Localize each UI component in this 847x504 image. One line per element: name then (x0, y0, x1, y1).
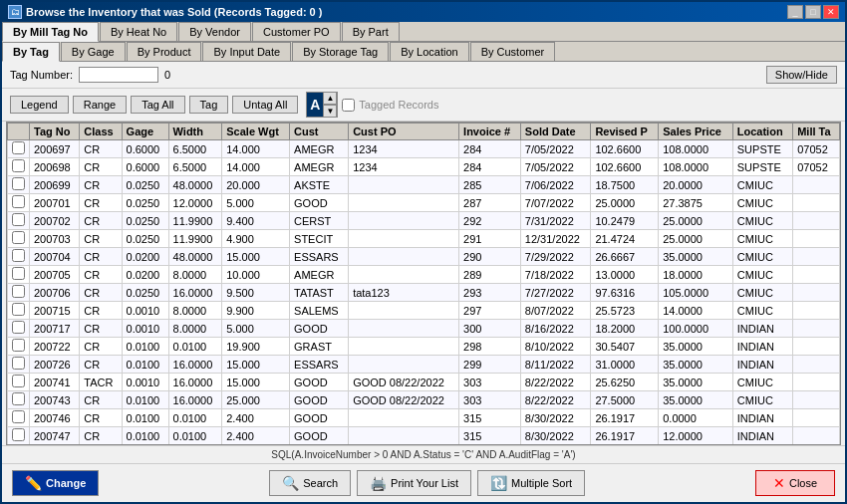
row-checkbox-cell[interactable] (8, 374, 30, 391)
row-checkbox-cell[interactable] (8, 391, 30, 409)
row-cust-po (349, 356, 459, 374)
row-checkbox[interactable] (12, 303, 25, 316)
nav-arrows[interactable]: ▲ ▼ (323, 92, 337, 118)
nav-down-arrow[interactable]: ▼ (323, 105, 337, 118)
row-checkbox-cell[interactable] (8, 158, 30, 176)
row-revised: 31.0000 (591, 356, 659, 374)
row-checkbox-cell[interactable] (8, 284, 30, 302)
col-header-gage: Gage (122, 124, 168, 140)
table-row[interactable]: 200706 CR 0.0250 16.0000 9.500 TATAST ta… (8, 284, 840, 302)
tab-by-customer[interactable]: By Customer (470, 42, 556, 61)
row-checkbox[interactable] (12, 231, 25, 244)
row-mill-ta (793, 230, 840, 248)
tab-by-location[interactable]: By Location (390, 42, 468, 61)
row-checkbox-cell[interactable] (8, 248, 30, 266)
table-row[interactable]: 200726 CR 0.0100 16.0000 15.000 ESSARS 2… (8, 356, 840, 374)
sort-button[interactable]: 🔃 Multiple Sort (477, 470, 585, 496)
show-hide-button[interactable]: Show/Hide (766, 66, 837, 84)
row-sold-date: 7/31/2022 (520, 212, 591, 230)
row-sold-date: 8/22/2022 (520, 374, 591, 391)
untag-all-button[interactable]: Untag All (232, 96, 298, 114)
tag-button[interactable]: Tag (189, 96, 229, 114)
print-button[interactable]: 🖨️ Print Your List (357, 470, 471, 496)
row-checkbox-cell[interactable] (8, 194, 30, 212)
table-row[interactable]: 200717 CR 0.0010 8.0000 5.000 GOOD 300 8… (8, 320, 840, 338)
table-row[interactable]: 200722 CR 0.0100 0.0100 19.900 GRAST 298… (8, 338, 840, 356)
tab-by-heat-no[interactable]: By Heat No (100, 22, 177, 41)
table-row[interactable]: 200715 CR 0.0010 8.0000 9.900 SALEMS 297… (8, 302, 840, 320)
row-checkbox-cell[interactable] (8, 356, 30, 374)
tag-number-input[interactable] (79, 67, 158, 83)
tab-by-mill-tag-no[interactable]: By Mill Tag No (2, 22, 99, 42)
row-checkbox[interactable] (12, 141, 25, 154)
row-checkbox-cell[interactable] (8, 266, 30, 284)
table-row[interactable]: 200743 CR 0.0100 16.0000 25.000 GOOD GOO… (8, 391, 840, 409)
table-row[interactable]: 200702 CR 0.0250 11.9900 9.400 CERST 292… (8, 212, 840, 230)
tab-by-part[interactable]: By Part (342, 22, 400, 41)
minimize-button[interactable]: _ (787, 5, 803, 19)
tab-by-gage[interactable]: By Gage (61, 42, 126, 61)
table-row[interactable]: 200699 CR 0.0250 48.0000 20.000 AKSTE 28… (8, 176, 840, 194)
row-width: 0.0100 (168, 427, 222, 445)
change-button[interactable]: ✏️ Change (12, 470, 99, 496)
row-checkbox-cell[interactable] (8, 176, 30, 194)
tagged-records-checkbox[interactable] (342, 99, 355, 112)
row-checkbox[interactable] (12, 249, 25, 262)
table-row[interactable]: 200746 CR 0.0100 0.0100 2.400 GOOD 315 8… (8, 409, 840, 427)
row-checkbox[interactable] (12, 428, 25, 441)
row-checkbox-cell[interactable] (8, 427, 30, 445)
row-checkbox-cell[interactable] (8, 140, 30, 158)
tab-by-input-date[interactable]: By Input Date (202, 42, 291, 61)
row-checkbox[interactable] (12, 392, 25, 405)
row-checkbox[interactable] (12, 339, 25, 352)
nav-block[interactable]: A ▲ ▼ (306, 92, 338, 118)
row-checkbox[interactable] (12, 285, 25, 298)
table-row[interactable]: 200704 CR 0.0200 48.0000 15.000 ESSARS 2… (8, 248, 840, 266)
row-checkbox[interactable] (12, 410, 25, 423)
row-checkbox-cell[interactable] (8, 230, 30, 248)
tab-by-product[interactable]: By Product (127, 42, 202, 61)
table-row[interactable]: 200747 CR 0.0100 0.0100 2.400 GOOD 315 8… (8, 427, 840, 445)
tag-all-button[interactable]: Tag All (131, 96, 184, 114)
tagged-records-label: Tagged Records (359, 99, 438, 111)
row-checkbox[interactable] (12, 177, 25, 190)
row-checkbox[interactable] (12, 321, 25, 334)
table-row[interactable]: 200701 CR 0.0250 12.0000 5.000 GOOD 287 … (8, 194, 840, 212)
table-row[interactable]: 200703 CR 0.0250 11.9900 4.900 STECIT 29… (8, 230, 840, 248)
row-sold-date: 8/10/2022 (520, 338, 591, 356)
row-checkbox[interactable] (12, 267, 25, 280)
sql-text: SQL(A.InvoiceNumber > 0 AND A.Status = '… (271, 449, 575, 460)
row-checkbox[interactable] (12, 375, 25, 387)
search-button[interactable]: 🔍 Search (269, 470, 351, 496)
row-checkbox[interactable] (12, 357, 25, 370)
nav-up-arrow[interactable]: ▲ (323, 92, 337, 105)
row-checkbox[interactable] (12, 159, 25, 172)
search-label: Search (303, 477, 338, 489)
table-row[interactable]: 200697 CR 0.6000 6.5000 14.000 AMEGR 123… (8, 140, 840, 158)
close-action-button[interactable]: ✕ Close (755, 470, 835, 496)
row-checkbox[interactable] (12, 195, 25, 208)
row-checkbox-cell[interactable] (8, 212, 30, 230)
tab-by-storage-tag[interactable]: By Storage Tag (292, 42, 389, 61)
row-checkbox-cell[interactable] (8, 302, 30, 320)
tag-number-display: 0 (164, 69, 184, 81)
row-checkbox-cell[interactable] (8, 320, 30, 338)
row-cust-po (349, 409, 459, 427)
maximize-button[interactable]: □ (805, 5, 821, 19)
table-row[interactable]: 200741 TACR 0.0010 16.0000 15.000 GOOD G… (8, 374, 840, 391)
tab-by-tag[interactable]: By Tag (2, 42, 60, 62)
row-checkbox-cell[interactable] (8, 409, 30, 427)
legend-button[interactable]: Legend (10, 96, 69, 114)
table-row[interactable]: 200705 CR 0.0200 8.0000 10.000 AMEGR 289… (8, 266, 840, 284)
window-controls[interactable]: _ □ ✕ (787, 5, 839, 19)
data-table-container[interactable]: Tag No Class Gage Width Scale Wgt Cust C… (6, 122, 841, 445)
row-tag-no: 200701 (30, 194, 80, 212)
row-checkbox-cell[interactable] (8, 338, 30, 356)
tab-customer-po[interactable]: Customer PO (252, 22, 341, 41)
row-gage: 0.0010 (122, 374, 168, 391)
window-close-button[interactable]: ✕ (823, 5, 839, 19)
row-checkbox[interactable] (12, 213, 25, 226)
table-row[interactable]: 200698 CR 0.6000 6.5000 14.000 AMEGR 123… (8, 158, 840, 176)
tab-by-vendor[interactable]: By Vendor (178, 22, 251, 41)
range-button[interactable]: Range (73, 96, 127, 114)
